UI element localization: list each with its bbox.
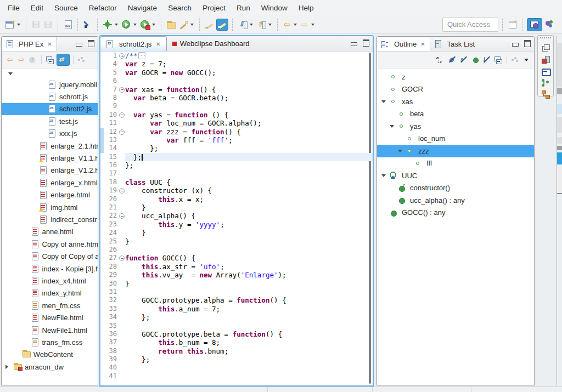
- tree-item[interactable]: trans_fm.css: [2, 336, 98, 348]
- code-line[interactable]: 6: [100, 77, 373, 85]
- code-line[interactable]: 20 this.x = x;: [100, 195, 373, 203]
- code-line[interactable]: 37 this.b_num = 8;: [100, 338, 373, 346]
- outline-item[interactable]: beta: [377, 108, 534, 121]
- wand-icon[interactable]: [178, 19, 189, 30]
- code-line[interactable]: 39 };: [100, 355, 373, 363]
- table-view-icon[interactable]: [507, 19, 518, 30]
- drag-handle[interactable]: [540, 37, 551, 42]
- fold-collapse-icon[interactable]: [119, 87, 125, 93]
- import-dropdown-icon[interactable]: [250, 24, 253, 26]
- quick-access-input[interactable]: Quick Access: [442, 18, 498, 32]
- code-editor[interactable]: 1/**4var z = 7;5var GOCR = new GOCC();67…: [100, 52, 373, 387]
- outline-item[interactable]: GOCR: [377, 83, 534, 96]
- expander-icon[interactable]: [381, 100, 386, 103]
- code-line[interactable]: 26: [100, 246, 373, 254]
- back-icon[interactable]: ⇦: [5, 54, 15, 65]
- up-icon[interactable]: [28, 55, 38, 65]
- forward-icon[interactable]: ⇨: [16, 54, 26, 65]
- open-resource-icon[interactable]: [166, 19, 177, 30]
- fold-collapse-icon[interactable]: [119, 188, 125, 194]
- tree-item[interactable]: jquery.mobil: [2, 78, 98, 90]
- hide-static-icon[interactable]: s: [459, 55, 469, 65]
- code-line[interactable]: 7var xas = function() {: [100, 86, 373, 94]
- debug-icon[interactable]: [102, 19, 113, 30]
- new-wizard-icon[interactable]: [4, 19, 15, 30]
- code-line[interactable]: 35: [100, 322, 373, 330]
- code-line[interactable]: 34 };: [100, 313, 373, 321]
- code-line[interactable]: 4var z = 7;: [100, 60, 373, 68]
- tree-item[interactable]: index_x4.html: [2, 275, 98, 287]
- collapse-all-icon[interactable]: [493, 55, 503, 65]
- code-line[interactable]: 29 this.vv_ay = new Array('Enlarge');: [100, 271, 373, 279]
- tree-item[interactable]: men_fm.css: [2, 299, 98, 311]
- wand-dropdown-icon[interactable]: [190, 24, 194, 26]
- tree-item[interactable]: pyth1: [2, 373, 98, 374]
- run-icon[interactable]: [121, 19, 132, 30]
- tree-item[interactable]: Copy of anne.htm: [2, 238, 98, 250]
- tree-item[interactable]: enlarge_V1.2.ht: [2, 164, 98, 177]
- outline-item[interactable]: xas: [377, 95, 534, 108]
- code-line[interactable]: 12 var zzz = function() {: [100, 128, 373, 136]
- annotation-pointer-icon[interactable]: [82, 19, 93, 30]
- hide-local-types-icon[interactable]: L: [482, 55, 492, 65]
- debug-dropdown-icon[interactable]: [115, 24, 118, 26]
- menu-edit[interactable]: Edit: [25, 2, 49, 14]
- maximize-icon[interactable]: [524, 40, 531, 47]
- fold-collapse-icon[interactable]: [119, 255, 125, 261]
- outline-item[interactable]: constructor(): [377, 182, 534, 195]
- tab-outline[interactable]: Outline ✕: [377, 37, 430, 51]
- close-icon[interactable]: ✕: [47, 41, 52, 47]
- tree-item[interactable]: enlarge_2.1.htm: [2, 140, 98, 152]
- code-line[interactable]: 16};: [100, 161, 373, 169]
- menu-window[interactable]: Window: [256, 2, 293, 14]
- tab-task-list[interactable]: Task List: [430, 37, 480, 51]
- code-line[interactable]: 10 var yas = function () {: [100, 111, 373, 119]
- fold-expand-icon[interactable]: [119, 53, 125, 59]
- menu-source[interactable]: Source: [49, 2, 83, 14]
- tree-item[interactable]: indirect_constr: [2, 213, 98, 225]
- sort-icon[interactable]: [436, 55, 446, 65]
- tree-item[interactable]: enlarge_x.html: [2, 177, 98, 189]
- menu-file[interactable]: File: [2, 2, 25, 14]
- back-dropdown-icon[interactable]: [294, 24, 297, 26]
- expander-icon[interactable]: [390, 125, 394, 128]
- maximize-icon[interactable]: [88, 40, 94, 47]
- save-all-icon[interactable]: [43, 19, 54, 30]
- export-icon[interactable]: [256, 19, 267, 30]
- show-public-icon[interactable]: [470, 55, 480, 65]
- tree-item[interactable]: Copy of Copy of a: [2, 250, 98, 262]
- tab-schrott2-js[interactable]: schrott2.js ✕: [100, 36, 167, 51]
- code-line[interactable]: 28 this.ax_str = 'ufo';: [100, 263, 373, 271]
- expander-icon[interactable]: [381, 174, 386, 177]
- markers-view-icon[interactable]: [541, 55, 550, 65]
- code-line[interactable]: 17: [100, 169, 373, 178]
- forward-dropdown-icon[interactable]: [311, 24, 314, 26]
- tree-item[interactable]: WebContent: [2, 349, 98, 361]
- outline-item[interactable]: loc_num: [377, 133, 534, 145]
- tree-item[interactable]: index_y.html: [2, 287, 98, 299]
- tree-item[interactable]: schrott2.js: [2, 103, 98, 115]
- code-line[interactable]: 36 GOCC.prototype.beta = function() {: [100, 330, 373, 338]
- menu-icon[interactable]: [510, 55, 520, 65]
- code-line[interactable]: 13 var fff = 'fff';: [100, 136, 373, 144]
- highlighter-inactive-icon[interactable]: [204, 19, 215, 30]
- fold-collapse-icon[interactable]: [119, 112, 125, 118]
- import-icon[interactable]: [237, 19, 248, 30]
- code-line[interactable]: 24 }: [100, 229, 373, 237]
- expander-icon[interactable]: [398, 150, 402, 152]
- tree-overflow-chevron-icon[interactable]: [8, 72, 13, 75]
- hierarchy-view-icon[interactable]: [541, 89, 550, 99]
- code-line[interactable]: 21 }: [100, 203, 373, 212]
- code-line[interactable]: 14 };: [100, 144, 373, 152]
- code-line[interactable]: 27function GOCC() {: [100, 254, 373, 262]
- minimize-icon[interactable]: [76, 43, 82, 47]
- code-line[interactable]: 33 this.a_num = 7;: [100, 305, 373, 313]
- tree-item[interactable]: img.html: [2, 201, 98, 213]
- tree-item[interactable]: NewFile.html: [2, 311, 98, 323]
- code-line[interactable]: 1/**: [100, 52, 373, 60]
- tab-php-explorer[interactable]: PHP Ex ✕: [2, 37, 57, 51]
- menu-navigate[interactable]: Navigate: [122, 2, 162, 14]
- tree-item[interactable]: index - Kopie [3].h: [2, 263, 98, 275]
- minimize-icon[interactable]: [351, 42, 357, 46]
- outline-item[interactable]: GOCC() : any: [377, 207, 534, 219]
